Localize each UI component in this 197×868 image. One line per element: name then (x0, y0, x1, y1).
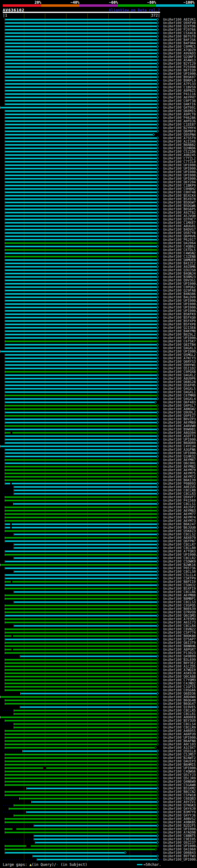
alignment-bar[interactable] (5, 185, 157, 186)
alignment-bar[interactable] (20, 798, 157, 799)
alignment-bar[interactable] (14, 713, 157, 715)
alignment-bar[interactable] (5, 391, 157, 393)
alignment-bar[interactable] (5, 171, 157, 173)
alignment-bar[interactable] (5, 496, 157, 498)
alignment-bar[interactable] (5, 412, 157, 413)
alignment-bar[interactable] (21, 655, 157, 657)
alignment-bar[interactable] (5, 466, 157, 467)
alignment-bar[interactable] (34, 835, 157, 837)
alignment-bar[interactable] (5, 500, 157, 501)
alignment-bar[interactable] (5, 754, 157, 755)
alignment-bar[interactable] (5, 777, 157, 779)
alignment-bar[interactable] (5, 398, 157, 400)
alignment-bar[interactable] (5, 110, 157, 112)
alignment-bar[interactable] (5, 358, 157, 359)
alignment-bar[interactable] (5, 310, 157, 312)
alignment-bar[interactable] (14, 534, 157, 535)
alignment-bar[interactable] (5, 510, 157, 512)
alignment-bar[interactable] (5, 578, 157, 579)
alignment-bar[interactable] (5, 327, 157, 329)
alignment-bar[interactable] (14, 805, 157, 806)
alignment-bar[interactable] (5, 673, 157, 674)
alignment-bar[interactable] (5, 408, 157, 410)
alignment-bar[interactable] (32, 801, 157, 803)
alignment-bar[interactable] (5, 506, 157, 508)
alignment-bar[interactable] (14, 547, 157, 549)
alignment-bar[interactable] (5, 384, 157, 386)
alignment-bar[interactable] (5, 66, 157, 68)
alignment-bar[interactable] (5, 418, 157, 420)
alignment-bar[interactable] (5, 246, 157, 247)
alignment-bar[interactable] (5, 70, 157, 71)
alignment-bar[interactable] (5, 608, 157, 610)
alignment-bar[interactable] (5, 720, 157, 721)
alignment-bar[interactable] (5, 639, 157, 640)
alignment-bar[interactable] (5, 818, 157, 820)
alignment-bar[interactable] (5, 469, 157, 471)
alignment-bar[interactable] (5, 422, 157, 423)
alignment-bar[interactable] (1, 445, 157, 447)
alignment-bar[interactable] (14, 723, 157, 725)
alignment-bar[interactable] (5, 567, 157, 569)
alignment-bar[interactable] (5, 784, 157, 786)
alignment-bar[interactable] (5, 561, 157, 562)
alignment-bar[interactable] (5, 676, 157, 677)
alignment-bar[interactable] (5, 93, 157, 95)
alignment-bar[interactable] (5, 32, 157, 34)
alignment-bar[interactable] (5, 300, 157, 302)
alignment-bar[interactable] (5, 219, 157, 220)
alignment-bar[interactable] (5, 137, 157, 139)
alignment-bar[interactable] (5, 293, 157, 295)
alignment-bar[interactable] (1, 564, 157, 566)
alignment-bar[interactable] (14, 486, 157, 488)
alignment-bar[interactable] (5, 513, 157, 515)
alignment-bar[interactable] (5, 141, 157, 142)
alignment-bar[interactable] (5, 320, 157, 322)
alignment-bar[interactable] (5, 46, 157, 48)
alignment-bar[interactable] (5, 791, 157, 793)
alignment-bar[interactable] (5, 405, 157, 406)
alignment-bar[interactable] (5, 168, 157, 169)
alignment-bar[interactable] (5, 276, 157, 278)
alignment-bar[interactable] (5, 97, 157, 98)
alignment-bar[interactable] (5, 781, 157, 782)
alignment-bar[interactable] (5, 703, 157, 705)
alignment-bar[interactable] (5, 364, 157, 366)
alignment-bar[interactable] (5, 259, 157, 261)
alignment-bar[interactable] (5, 229, 157, 230)
alignment-bar[interactable] (5, 42, 157, 44)
alignment-bar[interactable] (5, 744, 157, 745)
alignment-bar[interactable] (23, 750, 157, 752)
alignment-bar[interactable] (5, 662, 157, 664)
alignment-bar[interactable] (5, 852, 125, 854)
alignment-bar[interactable] (5, 649, 157, 650)
alignment-bar[interactable] (5, 666, 157, 667)
alignment-bar[interactable] (5, 388, 157, 390)
alignment-bar[interactable] (5, 530, 157, 532)
alignment-bar[interactable] (5, 581, 157, 583)
alignment-bar[interactable] (5, 63, 157, 64)
alignment-bar[interactable] (5, 323, 157, 325)
alignment-bar[interactable] (5, 286, 157, 288)
alignment-bar[interactable] (5, 280, 157, 281)
alignment-bar[interactable] (5, 795, 157, 796)
alignment-bar[interactable] (5, 764, 157, 766)
alignment-bar[interactable] (5, 381, 157, 383)
alignment-bar[interactable] (5, 195, 157, 196)
alignment-bar[interactable] (5, 130, 157, 132)
alignment-bar[interactable] (5, 232, 157, 234)
hit-label[interactable]: UniRef100_UPI000.. (163, 858, 197, 861)
alignment-bar[interactable] (5, 463, 157, 464)
alignment-bar[interactable] (5, 476, 157, 477)
alignment-bar[interactable] (5, 523, 157, 525)
alignment-bar[interactable] (5, 181, 157, 183)
alignment-bar[interactable] (5, 90, 157, 91)
alignment-bar[interactable] (38, 859, 157, 860)
alignment-bar[interactable] (5, 439, 157, 440)
alignment-bar[interactable] (5, 848, 156, 850)
alignment-bar[interactable] (5, 622, 157, 623)
alignment-bar[interactable] (14, 601, 157, 603)
alignment-bar[interactable] (5, 429, 157, 430)
alignment-bar[interactable] (5, 317, 157, 318)
alignment-bar[interactable] (5, 19, 157, 20)
